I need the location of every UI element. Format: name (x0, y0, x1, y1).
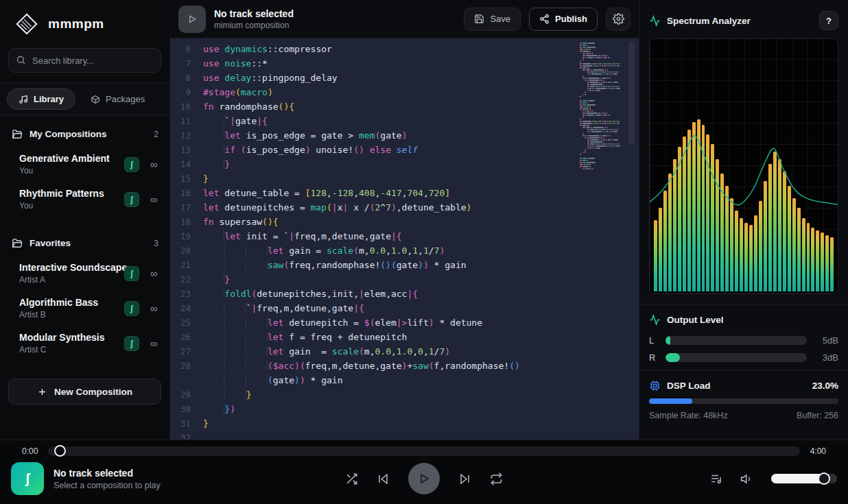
tab-packages-label: Packages (106, 94, 145, 104)
analysis-panel: Spectrum Analyzer ? Output Level L 5dB (639, 0, 848, 440)
cpu-icon (649, 380, 661, 392)
section-title: My Compositions (30, 129, 147, 139)
gear-icon (613, 13, 624, 25)
package-icon (91, 95, 100, 104)
save-label: Save (490, 14, 510, 24)
code-line: 12 let is_pos_edge = gate > mem(gate) (170, 128, 639, 143)
composition-title: Generative Ambient (19, 153, 124, 164)
settings-button[interactable] (606, 8, 631, 31)
help-button[interactable]: ? (819, 11, 838, 30)
volume-icon[interactable] (740, 472, 753, 485)
code-line: 29 } (170, 387, 639, 402)
list-item-interactive-soundscape[interactable]: Interactive Soundscape Artist A ʃ ∞ (0, 256, 169, 291)
activity-icon (649, 15, 661, 27)
dsp-load-fill (649, 398, 692, 404)
player-bar: 0:00 4:00 ʃ No track selected Select a c… (0, 440, 848, 504)
volume-handle[interactable] (818, 472, 830, 485)
composition-title: Interactive Soundscape (19, 262, 124, 273)
code-line: 31} (170, 416, 639, 431)
code-line: 27 let gain = scale(m,0.0,1.0,0,1/7) (170, 344, 639, 359)
spectrum-analyzer (649, 38, 838, 294)
time-total: 4:00 (807, 446, 826, 456)
repeat-button[interactable] (490, 472, 503, 485)
section-count: 2 (154, 130, 158, 139)
code-line: 8use delay::pingpong_delay (170, 71, 639, 85)
publish-label: Publish (555, 14, 587, 24)
mimium-badge-icon: ʃ (124, 192, 139, 207)
composition-title: Algorithmic Bass (19, 297, 124, 308)
music-note-icon (19, 95, 28, 104)
list-item-modular-synthesis[interactable]: Modular Synthesis Artist C ʃ ∞ (0, 326, 169, 361)
tab-packages[interactable]: Packages (80, 89, 156, 109)
code-line: 26 let f = freq + detunepitch (170, 330, 639, 344)
skip-back-button[interactable] (377, 472, 390, 485)
share-icon (539, 14, 550, 24)
meter-right-fill (666, 353, 680, 362)
output-level-title: Output Level (667, 315, 838, 325)
skip-forward-button[interactable] (458, 472, 471, 485)
code-line: 7use noise::* (170, 56, 639, 71)
publish-button[interactable]: Publish (529, 8, 598, 31)
tab-library[interactable]: Library (7, 88, 75, 110)
play-button[interactable] (178, 5, 206, 33)
seek-bar[interactable] (48, 446, 800, 456)
code-line: 19 let init = `|freq,m,detune,gate|{ (170, 229, 639, 243)
code-line: 16let detune_table = [128,-128,408,-417,… (170, 186, 639, 200)
code-line: 23 foldl(detunepitches,init,|elem,acc|{ (170, 287, 639, 301)
mimium-badge-icon: ʃ (124, 301, 139, 316)
composition-artist: You (19, 166, 124, 176)
minimap[interactable] (580, 43, 622, 170)
dsp-load-value: 23.0% (812, 381, 838, 391)
volume-slider[interactable] (771, 474, 837, 483)
infinity-icon: ∞ (148, 337, 160, 349)
new-composition-button[interactable]: New Composition (8, 379, 161, 405)
time-elapsed: 0:00 (22, 446, 41, 456)
seek-handle[interactable] (54, 445, 66, 457)
play-pause-button[interactable] (408, 463, 440, 494)
shuffle-button[interactable] (345, 472, 358, 485)
editor-pane: No track selected mimium composition Sav… (170, 0, 639, 440)
code-line: 17let detunepitches = map(|x| x /(2^7),d… (170, 200, 639, 215)
plus-icon (37, 387, 47, 397)
code-line: 30 }) (170, 402, 639, 416)
track-subtitle: mimium composition (214, 21, 456, 30)
meter-left-fill (666, 336, 670, 345)
list-item-rhythmic-patterns[interactable]: Rhythmic Patterns You ʃ ∞ (0, 182, 169, 217)
search-input[interactable] (8, 48, 161, 73)
list-item-algorithmic-bass[interactable]: Algorithmic Bass Artist B ʃ ∞ (0, 291, 169, 326)
track-title: No track selected (214, 8, 456, 19)
app-root: mmmpm Library (0, 0, 848, 504)
code-line: (gate)) * gain (170, 373, 639, 387)
search-icon (16, 55, 26, 65)
section-favorites: Favorites 3 (0, 225, 169, 256)
code-editor[interactable]: 6use dynamics::compressor7use noise::*8u… (170, 38, 639, 440)
buffer-label: Buffer: 256 (797, 411, 838, 420)
app-title: mmmpm (48, 16, 104, 32)
infinity-icon: ∞ (148, 302, 160, 314)
composition-artist: Artist A (19, 275, 124, 285)
code-line: 6use dynamics::compressor (170, 42, 639, 56)
meter-value: 5dB (815, 335, 838, 346)
composition-artist: You (19, 201, 124, 211)
code-line: 13 if (is_pos_edge) unoise!() else self (170, 143, 639, 157)
mimium-badge-icon: ʃ (124, 336, 139, 351)
player-track-subtitle: Select a composition to play (54, 481, 161, 490)
save-button[interactable]: Save (464, 8, 521, 31)
spectrum-title: Spectrum Analyzer (667, 16, 813, 26)
section-title: Favorites (30, 238, 147, 248)
code-line: 20 let gain = scale(m,0.0,1.0,1,1/7) (170, 243, 639, 258)
meter-label: L (649, 335, 657, 346)
editor-scrollbar[interactable] (628, 41, 635, 144)
code-line: 22 } (170, 272, 639, 287)
code-line: 32 (170, 431, 639, 440)
folder-icon (11, 237, 23, 249)
code-line: 25 let detunepitch = $(elem|>lift) * det… (170, 315, 639, 330)
sidebar: mmmpm Library (0, 0, 170, 440)
queue-icon[interactable] (710, 472, 722, 485)
player-track-title: No track selected (54, 468, 161, 479)
list-item-generative-ambient[interactable]: Generative Ambient You ʃ ∞ (0, 147, 169, 182)
code-line: 18fn supersaw(){ (170, 215, 639, 229)
volume-fill (771, 474, 825, 483)
code-line: 14 } (170, 157, 639, 171)
infinity-icon: ∞ (148, 193, 160, 205)
